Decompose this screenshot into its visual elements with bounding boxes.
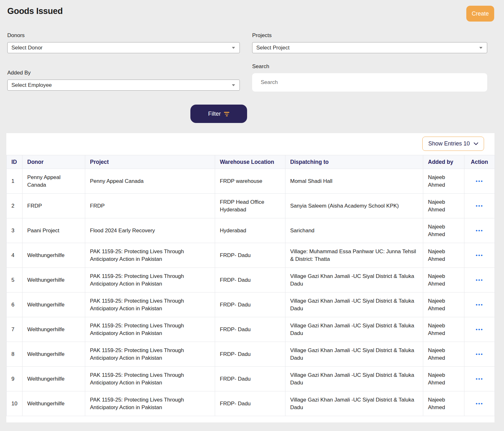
caret-down-icon (232, 84, 235, 86)
cell-warehouse-location: FRDP- Dadu (215, 391, 285, 416)
cell-added-by: Najeeb Ahmed (423, 268, 464, 293)
row-actions-menu-icon[interactable]: ••• (476, 178, 483, 184)
table-row: 10 Welthungerhilfe PAK 1159-25: Protecti… (7, 391, 495, 416)
projects-label: Projects (252, 32, 487, 39)
cell-dispatching-to: Sarichand (285, 218, 423, 243)
filter-funnel-icon (224, 111, 229, 116)
show-entries-label: Show Entries 10 (428, 140, 470, 147)
cell-project: PAK 1159-25: Protecting Lives Through An… (85, 342, 215, 367)
cell-added-by: Najeeb Ahmed (423, 367, 464, 391)
table-row: 3 Paani Project Flood 2024 Early Recover… (7, 218, 495, 243)
row-actions-menu-icon[interactable]: ••• (476, 253, 483, 258)
cell-warehouse-location: FRDP Head Office Hyderabad (215, 194, 285, 218)
cell-id: 1 (7, 169, 22, 194)
cell-id: 8 (7, 342, 22, 367)
filters-right-column: Projects Select Project Search (252, 32, 487, 92)
table-row: 5 Welthungerhilfe PAK 1159-25: Protectin… (7, 268, 495, 293)
column-header-warehouse-location: Warehouse Location (215, 155, 285, 169)
table-row: 7 Welthungerhilfe PAK 1159-25: Protectin… (7, 317, 495, 342)
cell-project: FRDP (85, 194, 215, 218)
cell-warehouse-location: FRDP- Dadu (215, 268, 285, 293)
cell-added-by: Najeeb Ahmed (423, 391, 464, 416)
cell-id: 4 (7, 243, 22, 268)
cell-action: ••• (464, 268, 495, 293)
search-group: Search (252, 63, 487, 92)
cell-project: PAK 1159-25: Protecting Lives Through An… (85, 268, 215, 293)
caret-down-icon (479, 47, 482, 49)
cell-donor: Welthungerhilfe (22, 342, 85, 367)
cell-project: PAK 1159-25: Protecting Lives Through An… (85, 391, 215, 416)
cell-donor: Welthungerhilfe (22, 268, 85, 293)
table-row: 9 Welthungerhilfe PAK 1159-25: Protectin… (7, 367, 495, 391)
cell-warehouse-location: FRDP- Dadu (215, 317, 285, 342)
cell-action: ••• (464, 367, 495, 391)
show-entries-dropdown[interactable]: Show Entries 10 (422, 137, 484, 151)
row-actions-menu-icon[interactable]: ••• (476, 302, 483, 307)
cell-dispatching-to: Village Gazi Khan Jamali -UC Siyal Distr… (285, 391, 423, 416)
donor-select[interactable]: Select Donor (7, 42, 240, 53)
cell-donor: Welthungerhilfe (22, 367, 85, 391)
filter-button-label: Filter (208, 111, 221, 117)
cell-donor: Paani Project (22, 218, 85, 243)
cell-id: 10 (7, 391, 22, 416)
cell-dispatching-to: Momal Shadi Hall (285, 169, 423, 194)
cell-id: 7 (7, 317, 22, 342)
create-button[interactable]: Create (466, 6, 494, 22)
filters-left-column: Donors Select Donor Added By Select Empl… (7, 32, 240, 92)
cell-action: ••• (464, 218, 495, 243)
table-card: Show Entries 10 ID Donor Project Warehou… (6, 133, 494, 422)
column-header-donor: Donor (22, 155, 85, 169)
project-filter-group: Projects Select Project (252, 32, 487, 53)
caret-down-icon (232, 47, 235, 49)
project-select[interactable]: Select Project (252, 42, 487, 53)
cell-added-by: Najeeb Ahmed (423, 169, 464, 194)
goods-issued-page: Goods Issued Create Donors Select Donor … (0, 0, 504, 431)
row-actions-menu-icon[interactable]: ••• (476, 203, 483, 209)
cell-warehouse-location: FRDP- Dadu (215, 243, 285, 268)
entries-row: Show Entries 10 (6, 137, 494, 151)
table-row: 6 Welthungerhilfe PAK 1159-25: Protectin… (7, 293, 495, 317)
goods-issued-table: ID Donor Project Warehouse Location Disp… (6, 155, 495, 416)
cell-dispatching-to: Sanyia Saleem (Aisha Academy School KPK) (285, 194, 423, 218)
cell-project: PAK 1159-25: Protecting Lives Through An… (85, 317, 215, 342)
filter-button[interactable]: Filter (190, 105, 247, 123)
cell-donor: Penny Appeal Canada (22, 169, 85, 194)
row-actions-menu-icon[interactable]: ••• (476, 327, 483, 332)
row-actions-menu-icon[interactable]: ••• (476, 376, 483, 382)
cell-added-by: Najeeb Ahmed (423, 243, 464, 268)
cell-action: ••• (464, 243, 495, 268)
table-body: 1 Penny Appeal Canada Penny Appeal Canad… (7, 169, 495, 416)
cell-project: Penny Appeal Canada (85, 169, 215, 194)
row-actions-menu-icon[interactable]: ••• (476, 401, 483, 406)
cell-dispatching-to: Village: Muhammad Essa Panhwar UC: Junna… (285, 243, 423, 268)
table-row: 8 Welthungerhilfe PAK 1159-25: Protectin… (7, 342, 495, 367)
cell-warehouse-location: FRDP- Dadu (215, 293, 285, 317)
cell-dispatching-to: Village Gazi Khan Jamali -UC Siyal Distr… (285, 342, 423, 367)
cell-action: ••• (464, 169, 495, 194)
table-row: 1 Penny Appeal Canada Penny Appeal Canad… (7, 169, 495, 194)
row-actions-menu-icon[interactable]: ••• (476, 351, 483, 357)
search-input[interactable] (252, 73, 487, 92)
cell-donor: FRDP (22, 194, 85, 218)
search-label: Search (252, 63, 487, 70)
cell-action: ••• (464, 317, 495, 342)
cell-action: ••• (464, 293, 495, 317)
cell-dispatching-to: Village Gazi Khan Jamali -UC Siyal Distr… (285, 367, 423, 391)
row-actions-menu-icon[interactable]: ••• (476, 228, 483, 233)
cell-warehouse-location: FRDP- Dadu (215, 342, 285, 367)
cell-id: 5 (7, 268, 22, 293)
project-select-value: Select Project (256, 45, 290, 51)
column-header-action: Action (464, 155, 495, 169)
cell-id: 2 (7, 194, 22, 218)
cell-donor: Welthungerhilfe (22, 391, 85, 416)
cell-added-by: Najeeb Ahmed (423, 342, 464, 367)
table-row: 4 Welthungerhilfe PAK 1159-25: Protectin… (7, 243, 495, 268)
cell-project: PAK 1159-25: Protecting Lives Through An… (85, 243, 215, 268)
cell-added-by: Najeeb Ahmed (423, 293, 464, 317)
cell-id: 3 (7, 218, 22, 243)
cell-warehouse-location: FRDP warehouse (215, 169, 285, 194)
row-actions-menu-icon[interactable]: ••• (476, 277, 483, 283)
employee-select[interactable]: Select Employee (7, 80, 240, 91)
added-by-filter-group: Added By Select Employee (7, 70, 240, 91)
cell-donor: Welthungerhilfe (22, 317, 85, 342)
